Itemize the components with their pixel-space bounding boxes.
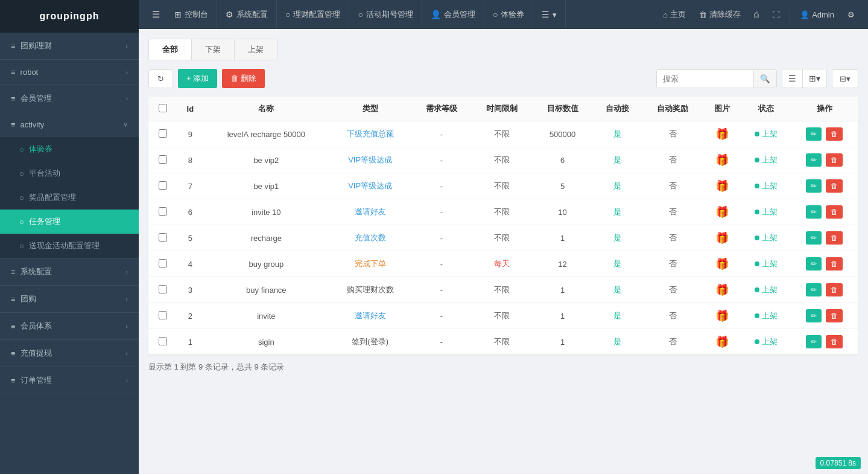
edit-button[interactable]: ✏: [806, 153, 822, 167]
nav-sys-config[interactable]: ⚙ 系统配置: [217, 0, 277, 29]
type-link[interactable]: VIP等级达成: [348, 155, 392, 164]
row-checkbox[interactable]: [159, 129, 167, 138]
td-action: ✏ 🗑: [790, 121, 858, 147]
sidebar-item-platform-activity[interactable]: ○ 平台活动: [0, 161, 139, 185]
table-row: 2 invite 邀请好友 - 不限 1 是 否 🎁 上架 ✏ 🗑: [148, 303, 858, 329]
sidebar-item-task-mgmt[interactable]: ○ 任务管理: [0, 210, 139, 234]
sidebar-group-recharge: ≡ 充值提现 ›: [0, 340, 139, 367]
edit-button[interactable]: ✏: [806, 231, 822, 245]
search-input[interactable]: [657, 70, 753, 88]
delete-row-button[interactable]: 🗑: [826, 309, 843, 322]
row-checkbox[interactable]: [159, 207, 167, 216]
sidebar-item-robot[interactable]: ≡ robot ›: [0, 60, 139, 85]
nav-activity-period[interactable]: ○ 活动期号管理: [349, 0, 422, 29]
table-row: 9 levelA recharge 50000 下级充值总额 - 不限 5000…: [148, 121, 858, 147]
delete-row-button[interactable]: 🗑: [826, 127, 843, 141]
td-demand-level: -: [411, 277, 472, 303]
type-link[interactable]: 完成下单: [355, 259, 386, 268]
settings-button[interactable]: ⚙: [841, 7, 861, 23]
td-checkbox: [148, 225, 177, 251]
sidebar-item-order-mgmt[interactable]: ≡ 订单管理 ›: [0, 367, 139, 394]
delete-row-button[interactable]: 🗑: [826, 335, 843, 348]
th-demand-level: 需求等级: [411, 97, 472, 121]
sidebar-item-activity[interactable]: ≡ activity ∨: [0, 112, 139, 137]
topbar: ☰ ⊞ 控制台 ⚙ 系统配置 ○ 理财配置管理 ○ 活动期号管理 👤 会员管理: [139, 0, 868, 29]
nav-member-mgmt[interactable]: 👤 会员管理: [422, 0, 484, 29]
delete-row-button[interactable]: 🗑: [826, 283, 843, 296]
add-button[interactable]: + 添加: [178, 69, 217, 88]
edit-button[interactable]: ✏: [806, 283, 822, 296]
row-checkbox[interactable]: [159, 181, 167, 190]
tab-all[interactable]: 全部: [149, 39, 192, 60]
tab-offline[interactable]: 下架: [192, 39, 235, 60]
nav-finance-config[interactable]: ○ 理财配置管理: [277, 0, 349, 29]
admin-button[interactable]: 👤 Admin: [794, 7, 840, 23]
gift-icon: 🎁: [715, 232, 729, 244]
delete-row-button[interactable]: 🗑: [826, 231, 843, 245]
sidebar-item-experience-voucher[interactable]: ○ 体验券: [0, 137, 139, 161]
fullscreen-button[interactable]: ⛶: [766, 7, 786, 23]
td-target: 1: [532, 277, 592, 303]
delete-row-button[interactable]: 🗑: [826, 257, 843, 271]
admin-label: Admin: [812, 10, 834, 19]
delete-row-button[interactable]: 🗑: [826, 153, 843, 167]
screenshot-button[interactable]: ⎙: [748, 7, 765, 23]
delete-row-button[interactable]: 🗑: [826, 179, 843, 193]
row-checkbox[interactable]: [159, 233, 167, 242]
refresh-button[interactable]: ↻: [148, 69, 173, 88]
tab-online[interactable]: 上架: [235, 39, 277, 60]
edit-button[interactable]: ✏: [806, 309, 822, 322]
sidebar-item-prize-config[interactable]: ○ 奖品配置管理: [0, 185, 139, 210]
td-type: 邀请好友: [329, 199, 411, 225]
td-auto-accept: 是: [593, 277, 642, 303]
status-text: 上架: [762, 259, 778, 268]
filter-button[interactable]: ⊟▾: [832, 69, 858, 88]
list-view-button[interactable]: ☰: [782, 69, 803, 88]
sidebar-item-sys-config[interactable]: ≡ 系统配置 ›: [0, 258, 139, 285]
td-auto-accept: 是: [593, 303, 642, 329]
edit-button[interactable]: ✏: [806, 257, 822, 271]
search-submit-button[interactable]: 🔍: [753, 70, 776, 88]
nav-dashboard[interactable]: ⊞ 控制台: [166, 0, 217, 29]
type-link[interactable]: 邀请好友: [355, 207, 386, 216]
select-all-checkbox[interactable]: [159, 104, 167, 112]
type-link[interactable]: VIP等级达成: [348, 181, 392, 190]
td-name: sigin: [203, 329, 329, 355]
delete-row-button[interactable]: 🗑: [826, 205, 843, 219]
home-icon: ⌂: [663, 10, 668, 19]
type-link[interactable]: 邀请好友: [355, 311, 386, 320]
time-limit-text: 每天: [494, 259, 510, 268]
list-icon: ≡: [11, 120, 16, 129]
edit-button[interactable]: ✏: [806, 179, 822, 193]
table-row: 4 buy group 完成下单 - 每天 12 是 否 🎁 上架 ✏ 🗑: [148, 251, 858, 277]
nav-more[interactable]: ☰ ▾: [533, 0, 566, 29]
row-checkbox[interactable]: [159, 259, 167, 267]
toolbar: ↻ + 添加 🗑 删除 🔍 ☰ ⊞▾ ⊟▾: [148, 69, 858, 88]
sidebar-item-member-system[interactable]: ≡ 会员体系 ›: [0, 313, 139, 339]
sidebar-item-tuangou-licai[interactable]: ≡ 团购理财 ›: [0, 33, 139, 59]
td-time-limit: 不限: [472, 329, 532, 355]
sidebar-item-tuangou[interactable]: ≡ 团购 ›: [0, 286, 139, 312]
delete-button[interactable]: 🗑 删除: [222, 69, 265, 88]
row-checkbox[interactable]: [159, 337, 167, 345]
edit-button[interactable]: ✏: [806, 127, 822, 141]
clear-cache-button[interactable]: 🗑 清除缓存: [693, 5, 747, 24]
sidebar-item-cash-activity[interactable]: ○ 送现金活动配置管理: [0, 234, 139, 258]
td-auto-accept: 是: [593, 329, 642, 355]
edit-button[interactable]: ✏: [806, 335, 822, 348]
type-link[interactable]: 充值次数: [355, 233, 386, 242]
grid-view-button[interactable]: ⊞▾: [803, 69, 826, 88]
toggle-sidebar-button[interactable]: ☰: [146, 4, 166, 25]
type-link[interactable]: 下级充值总额: [347, 129, 394, 138]
td-id: 5: [177, 225, 203, 251]
row-checkbox[interactable]: [159, 311, 167, 319]
td-demand-level: -: [411, 225, 472, 251]
home-button[interactable]: ⌂ 主页: [657, 5, 692, 24]
row-checkbox[interactable]: [159, 155, 167, 164]
sidebar-item-recharge[interactable]: ≡ 充值提现 ›: [0, 340, 139, 367]
nav-experience-voucher[interactable]: ○ 体验券: [484, 0, 533, 29]
sidebar-item-member-mgmt[interactable]: ≡ 会员管理 ›: [0, 85, 139, 112]
td-auto-accept: 是: [593, 173, 642, 199]
edit-button[interactable]: ✏: [806, 205, 822, 219]
row-checkbox[interactable]: [159, 285, 167, 293]
